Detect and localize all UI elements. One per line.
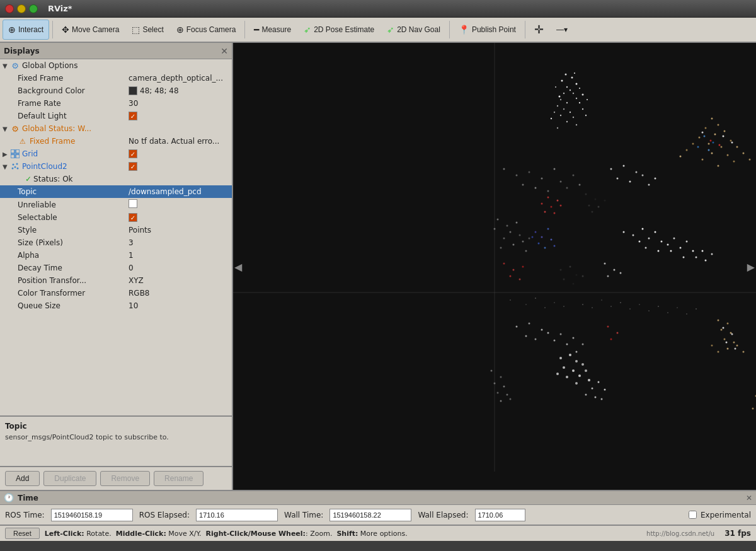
list-item[interactable]: Color Transformer RGB8 [0, 287, 232, 299]
list-item[interactable]: Decay Time 0 [0, 262, 232, 274]
svg-point-140 [702, 250, 704, 252]
list-item[interactable]: Frame Rate 30 [0, 97, 232, 110]
item-value: 0 [129, 264, 229, 272]
list-item[interactable]: Alpha 1 [0, 249, 232, 262]
svg-point-7 [12, 168, 14, 170]
svg-point-235 [629, 308, 631, 310]
list-item[interactable]: Background Color 48; 48; 48 [0, 84, 232, 97]
close-button[interactable] [5, 4, 14, 13]
remove-button[interactable]: Remove [100, 471, 150, 486]
list-item[interactable]: Selectable ✓ [0, 211, 232, 224]
svg-point-15 [560, 99, 561, 100]
publish-point-button[interactable]: 📍 Publish Point [453, 20, 522, 40]
svg-point-69 [731, 142, 733, 144]
list-item[interactable]: ▼ PointCloud2 ✓ [0, 160, 232, 173]
rename-button[interactable]: Rename [154, 471, 203, 486]
list-item[interactable]: Unreliable [0, 198, 232, 211]
item-value: RGB8 [129, 289, 229, 298]
svg-point-63 [708, 149, 710, 151]
svg-point-198 [718, 351, 719, 353]
view-arrow-right[interactable]: ▶ [747, 260, 755, 272]
wall-elapsed-label: Wall Elapsed: [418, 511, 468, 519]
move-camera-label: Move Camera [72, 25, 119, 34]
displays-list[interactable]: ▼ ⚙ Global Options Fixed Frame camera_de… [0, 59, 232, 415]
add-button[interactable]: Add [5, 471, 40, 486]
nav-goal-button[interactable]: ➶ 2D Nav Goal [381, 20, 446, 40]
pose-estimate-button[interactable]: ➶ 2D Pose Estimate [298, 20, 380, 40]
ros-time-input[interactable] [51, 509, 133, 521]
svg-point-238 [658, 306, 659, 307]
expand-arrow: ▶ [3, 151, 10, 158]
svg-point-216 [491, 370, 493, 372]
svg-point-70 [503, 168, 505, 170]
svg-point-81 [579, 184, 581, 186]
svg-point-219 [503, 386, 505, 388]
svg-point-201 [743, 351, 745, 353]
reset-button[interactable]: Reset [5, 528, 40, 539]
list-item[interactable]: ✓ Status: Ok [0, 173, 232, 185]
list-item[interactable]: Default Light ✓ [0, 110, 232, 122]
measure-button[interactable]: ━ Measure [248, 20, 297, 40]
add-tool-button[interactable]: ✛ [529, 20, 549, 40]
checkbox-unchecked[interactable] [129, 199, 137, 208]
maximize-button[interactable] [29, 4, 38, 13]
svg-point-191 [718, 320, 719, 322]
svg-point-77 [522, 184, 524, 186]
svg-point-71 [516, 175, 518, 177]
displays-close-button[interactable]: ✕ [220, 46, 228, 56]
checkbox-checked[interactable]: ✓ [129, 213, 137, 222]
svg-point-43 [705, 127, 707, 129]
minimize-button[interactable] [17, 4, 26, 13]
interact-button[interactable]: ⊕ Interact [3, 20, 49, 40]
list-item[interactable]: ⚠ Fixed Frame No tf data. Actual erro... [0, 135, 232, 148]
svg-point-104 [507, 225, 508, 227]
svg-point-155 [563, 279, 565, 281]
item-label: Topic [18, 187, 129, 196]
checkbox-checked[interactable]: ✓ [129, 112, 137, 120]
experimental-checkbox[interactable] [689, 511, 697, 519]
ros-elapsed-input[interactable] [196, 509, 278, 521]
list-item[interactable]: Size (Pixels) 3 [0, 236, 232, 249]
svg-point-190 [610, 339, 612, 340]
wall-time-input[interactable] [329, 509, 411, 521]
list-item[interactable]: Position Transfor... XYZ [0, 274, 232, 287]
item-label: Status: Ok [33, 175, 229, 183]
svg-point-149 [614, 269, 616, 271]
focus-icon: ⊕ [176, 25, 184, 35]
svg-point-177 [578, 374, 581, 377]
list-item[interactable]: Queue Size 10 [0, 299, 232, 312]
list-item[interactable]: Topic /downsampled_pcd [0, 185, 232, 198]
list-item[interactable]: ▼ ⚙ Global Status: W... [0, 122, 232, 135]
wall-elapsed-input[interactable] [475, 509, 525, 521]
item-value: 3 [129, 238, 229, 247]
ros-elapsed-label: ROS Elapsed: [139, 511, 190, 519]
list-item[interactable]: ▶ Grid ✓ [0, 148, 232, 160]
list-item[interactable]: Style Points [0, 224, 232, 236]
list-item[interactable]: ▼ ⚙ Global Options [0, 59, 232, 72]
list-item[interactable]: Fixed Frame camera_depth_optical_... [0, 72, 232, 84]
select-button[interactable]: ⬚ Select [126, 20, 169, 40]
svg-point-8 [17, 168, 19, 170]
svg-point-173 [563, 366, 565, 369]
3d-viewport[interactable]: ◀ ▶ [233, 43, 756, 490]
svg-point-21 [579, 102, 580, 103]
view-arrow-left[interactable]: ◀ [234, 260, 242, 272]
svg-point-64 [697, 146, 699, 148]
sep-3 [449, 21, 450, 38]
duplicate-button[interactable]: Duplicate [43, 471, 96, 486]
svg-point-59 [680, 156, 682, 158]
time-close-button[interactable]: ✕ [746, 494, 752, 502]
svg-point-185 [595, 397, 597, 398]
checkbox-checked[interactable]: ✓ [129, 162, 137, 171]
svg-point-99 [588, 205, 590, 207]
svg-point-54 [686, 149, 688, 151]
move-camera-button[interactable]: ✥ Move Camera [56, 20, 125, 40]
remove-tool-button[interactable]: —▾ [551, 20, 573, 40]
item-label: Decay Time [18, 264, 129, 272]
focus-camera-button[interactable]: ⊕ Focus Camera [171, 20, 242, 40]
svg-point-204 [726, 342, 728, 344]
svg-point-67 [702, 132, 704, 134]
checkbox-checked[interactable]: ✓ [129, 149, 137, 158]
svg-point-17 [576, 98, 577, 99]
svg-point-152 [560, 269, 562, 271]
